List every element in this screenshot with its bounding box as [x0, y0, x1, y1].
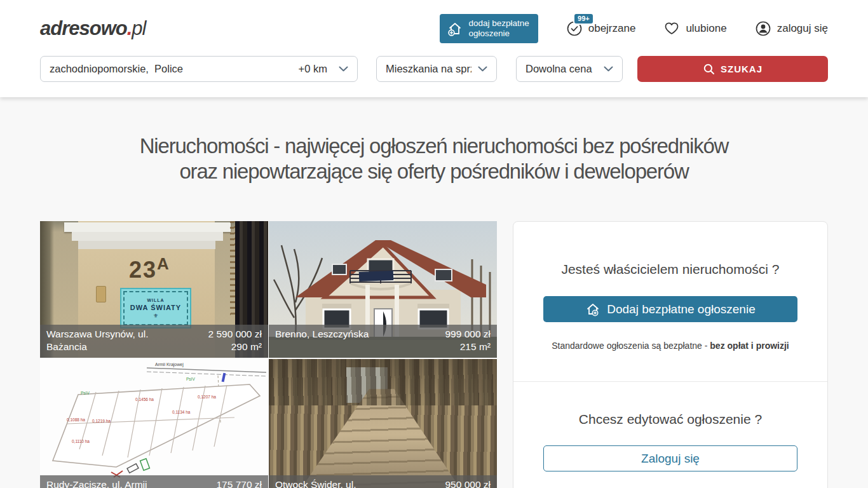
top-zone: adresowo.pl dodaj bezpłatne ogło: [0, 0, 868, 97]
viewed-count-badge: 99+: [574, 14, 593, 24]
page-title-line1: Nieruchomości - najwięcej ogłoszeń nieru…: [40, 133, 828, 159]
svg-text:0,1110 ha: 0,1110 ha: [72, 439, 90, 444]
listing-location: Warszawa Ursynów, ul. Bażancia: [46, 328, 173, 353]
add-free-listing-label: Dodaj bezpłatne ogłoszenie: [607, 302, 755, 316]
listing-caption: Warszawa Ursynów, ul. Bażancia 2 590 000…: [40, 325, 268, 358]
chevron-down-icon: [339, 66, 348, 72]
listing-tile[interactable]: Otwock Świder, ul. 950 000 zł: [269, 359, 497, 488]
search-icon: [703, 63, 715, 76]
radius-select[interactable]: +0 km: [299, 63, 348, 75]
login-label: zaloguj się: [777, 22, 828, 35]
listing-tile[interactable]: Armii Krajowej 0,1456 ha 0,1207 ha 0,113…: [40, 359, 268, 488]
add-free-listing-button[interactable]: Dodaj bezpłatne ogłoszenie: [543, 296, 797, 322]
main-zone: Nieruchomości - najwięcej ogłoszeń nieru…: [0, 97, 868, 488]
listing-tile[interactable]: 23A WILLA DWA ŚWIATY ⚜ Warszawa Ursynów,…: [40, 221, 268, 358]
header-actions: dodaj bezpłatne ogłoszenie 99+ obejrzane: [440, 14, 828, 43]
svg-text:0,1456 ha: 0,1456 ha: [135, 397, 154, 402]
login-button[interactable]: Zaloguj się: [543, 445, 797, 471]
search-button[interactable]: SZUKAJ: [637, 56, 828, 82]
page-title: Nieruchomości - najwięcej ogłoszeń nieru…: [40, 133, 828, 184]
listings-grid: 23A WILLA DWA ŚWIATY ⚜ Warszawa Ursynów,…: [40, 221, 498, 488]
edit-heading: Chcesz edytować ogłoszenie ?: [539, 412, 802, 427]
listing-photo: Armii Krajowej 0,1456 ha 0,1207 ha 0,113…: [40, 359, 268, 488]
category-value: Mieszkania na sprzedaż: [386, 63, 471, 75]
favorites-link[interactable]: ulubione: [663, 20, 726, 37]
listing-caption: Rudy-Zacisze, ul. Armii 175 770 zł: [40, 475, 268, 488]
svg-text:0,1219 ha: 0,1219 ha: [92, 419, 111, 423]
favorites-label: ulubione: [686, 22, 726, 35]
viewed-link[interactable]: 99+ obejrzane: [566, 20, 636, 37]
free-listings-note: Standardowe ogłoszenia są bezpłatne - be…: [539, 341, 802, 351]
listing-price: 2 590 000 zł: [208, 328, 262, 341]
login-button-label: Zaloguj się: [641, 452, 700, 466]
heart-icon: [663, 20, 680, 37]
listing-location: Brenno, Leszczyńska: [275, 328, 369, 353]
listing-price: 175 770 zł: [216, 478, 262, 488]
listing-caption: Otwock Świder, ul. 950 000 zł: [269, 475, 497, 488]
svg-text:PsIV: PsIV: [186, 377, 195, 381]
svg-text:PsIV: PsIV: [81, 391, 90, 395]
search-bar: zachodniopomorskie, Police +0 km Mieszka…: [40, 56, 828, 82]
user-circle-icon: [755, 20, 771, 37]
add-listing-button[interactable]: dodaj bezpłatne ogłoszenie: [440, 14, 538, 43]
header: adresowo.pl dodaj bezpłatne ogło: [40, 13, 828, 44]
chevron-down-icon: [478, 66, 487, 72]
svg-text:0,1088 ha: 0,1088 ha: [67, 417, 85, 422]
logo-main: adresowo: [40, 17, 127, 39]
listing-location: Rudy-Zacisze, ul. Armii: [46, 478, 147, 488]
villa-sign: WILLA DWA ŚWIATY ⚜: [120, 288, 191, 329]
page-title-line2: oraz niepowtarzające się oferty pośredni…: [40, 159, 828, 184]
owner-heading: Jesteś właścicielem nieruchomości ?: [539, 262, 802, 277]
listing-location: Otwock Świder, ul.: [275, 478, 356, 488]
price-value: Dowolna cena: [526, 63, 592, 75]
listing-price: 999 000 zł: [445, 328, 491, 341]
owner-panel: Jesteś właścicielem nieruchomości ? Doda…: [513, 221, 828, 488]
check-circle-icon: 99+: [566, 20, 583, 37]
chevron-down-icon: [604, 66, 613, 72]
listing-caption: Brenno, Leszczyńska 999 000 zł 215 m²: [269, 325, 497, 358]
svg-text:0,1134 ha: 0,1134 ha: [172, 410, 191, 414]
price-select[interactable]: Dowolna cena: [516, 56, 623, 82]
svg-text:Armii Krajowej: Armii Krajowej: [155, 362, 184, 367]
radius-value: +0 km: [299, 63, 327, 75]
divider: [513, 381, 827, 382]
category-select[interactable]: Mieszkania na sprzedaż: [376, 56, 497, 82]
viewed-label: obejrzane: [588, 22, 636, 35]
listing-tile[interactable]: Brenno, Leszczyńska 999 000 zł 215 m²: [269, 221, 497, 358]
search-button-label: SZUKAJ: [721, 64, 763, 74]
location-value: zachodniopomorskie, Police: [50, 63, 183, 75]
listing-price: 950 000 zł: [445, 478, 491, 488]
add-listing-label: dodaj bezpłatne ogłoszenie: [468, 18, 529, 39]
svg-text:0,1207 ha: 0,1207 ha: [198, 395, 216, 399]
listing-area: 215 m²: [445, 341, 491, 353]
logo-tld: pl: [132, 17, 146, 39]
house-plus-icon: [585, 302, 600, 317]
house-plus-icon: [447, 21, 463, 36]
login-link[interactable]: zaloguj się: [755, 20, 828, 37]
logo[interactable]: adresowo.pl: [40, 17, 146, 40]
location-input[interactable]: zachodniopomorskie, Police +0 km: [40, 56, 358, 82]
listing-area: 290 m²: [208, 341, 262, 353]
